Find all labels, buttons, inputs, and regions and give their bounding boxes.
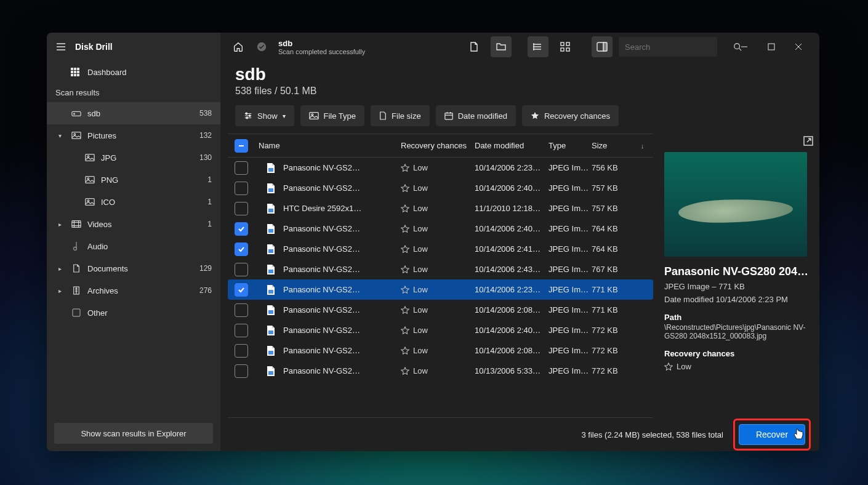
sidebar-item-pictures[interactable]: ▾Pictures132 bbox=[47, 124, 220, 146]
row-checkbox[interactable] bbox=[235, 263, 248, 276]
filter-date-modified[interactable]: Date modified bbox=[436, 105, 516, 126]
sidebar-item-count: 276 bbox=[199, 286, 215, 295]
content-area: Name Recovery chances Date modified Type… bbox=[220, 134, 819, 418]
filter-show[interactable]: Show ▾ bbox=[235, 105, 294, 126]
sidebar-item-documents[interactable]: ▸Documents129 bbox=[47, 257, 220, 279]
svg-point-12 bbox=[74, 134, 76, 135]
file-name: Panasonic NV-GS2… bbox=[283, 183, 360, 193]
sidebar-item-archives[interactable]: ▸Archives276 bbox=[47, 279, 220, 302]
type-cell: JPEG Im… bbox=[549, 366, 592, 375]
table-row[interactable]: Panasonic NV-GS2…Low10/14/2006 2:41…JPEG… bbox=[228, 239, 653, 259]
row-checkbox[interactable] bbox=[235, 283, 248, 297]
row-checkbox[interactable] bbox=[235, 242, 248, 256]
hamburger-icon[interactable] bbox=[55, 41, 66, 52]
date-cell: 10/14/2006 2:40… bbox=[475, 224, 549, 233]
svg-point-39 bbox=[311, 114, 313, 116]
svg-point-37 bbox=[246, 117, 248, 119]
sidebar-item-jpg[interactable]: JPG130 bbox=[47, 146, 220, 169]
file-icon bbox=[259, 305, 283, 316]
sidebar-item-videos[interactable]: ▸Videos1 bbox=[47, 213, 220, 235]
filter-bar: Show ▾ File Type File size Date modified… bbox=[220, 105, 819, 134]
image-icon bbox=[309, 111, 319, 120]
recover-button[interactable]: Recover bbox=[739, 424, 805, 445]
column-recovery[interactable]: Recovery chances bbox=[401, 141, 475, 150]
recovery-cell: Low bbox=[401, 244, 475, 254]
row-checkbox[interactable] bbox=[235, 324, 248, 337]
svg-rect-28 bbox=[566, 42, 569, 46]
sort-arrow-icon[interactable]: ↓ bbox=[641, 142, 653, 150]
recovery-cell: Low bbox=[401, 285, 475, 294]
grid-view-icon[interactable] bbox=[555, 36, 576, 57]
table-row[interactable]: Panasonic NV-GS2…Low10/13/2006 5:33…JPEG… bbox=[228, 361, 653, 381]
table-row[interactable]: Panasonic NV-GS2…Low10/14/2006 2:08…JPEG… bbox=[228, 300, 653, 320]
search-input[interactable] bbox=[625, 42, 728, 52]
details-panel: Panasonic NV-GS280 204… JPEG Image – 771… bbox=[653, 134, 819, 418]
row-checkbox[interactable] bbox=[235, 303, 248, 317]
svg-rect-43 bbox=[268, 209, 273, 212]
svg-rect-41 bbox=[268, 168, 273, 172]
table-row[interactable]: Panasonic NV-GS2…Low10/14/2006 2:40…JPEG… bbox=[228, 320, 653, 340]
breadcrumb-title: sdb bbox=[278, 39, 365, 48]
table-row[interactable]: Panasonic NV-GS2…Low10/14/2006 2:40…JPEG… bbox=[228, 218, 653, 239]
filter-file-type[interactable]: File Type bbox=[300, 105, 365, 126]
row-checkbox[interactable] bbox=[235, 182, 248, 195]
column-type[interactable]: Type bbox=[549, 141, 592, 150]
type-cell: JPEG Im… bbox=[549, 244, 592, 254]
file-view-icon[interactable] bbox=[464, 36, 484, 57]
maximize-button[interactable] bbox=[758, 36, 785, 57]
row-checkbox[interactable] bbox=[235, 202, 248, 215]
home-icon[interactable] bbox=[228, 36, 249, 57]
filter-label: Show bbox=[257, 111, 278, 121]
details-title: Panasonic NV-GS280 204… bbox=[664, 265, 811, 278]
table-row[interactable]: Panasonic NV-GS2…Low10/14/2006 2:40…JPEG… bbox=[228, 178, 653, 198]
table-row[interactable]: Panasonic NV-GS2…Low10/14/2006 2:08…JPEG… bbox=[228, 340, 653, 361]
table-row[interactable]: Panasonic NV-GS2…Low10/14/2006 2:23…JPEG… bbox=[228, 158, 653, 178]
column-date[interactable]: Date modified bbox=[475, 141, 549, 150]
sidebar-item-dashboard[interactable]: Dashboard bbox=[47, 61, 220, 83]
type-cell: JPEG Im… bbox=[549, 326, 592, 335]
type-cell: JPEG Im… bbox=[549, 183, 592, 193]
row-checkbox[interactable] bbox=[235, 222, 248, 236]
image-icon bbox=[84, 153, 96, 162]
sidebar-toggle-icon[interactable] bbox=[592, 36, 613, 57]
folder-view-icon[interactable] bbox=[491, 36, 512, 57]
column-size[interactable]: Size bbox=[592, 141, 641, 150]
chevron-icon: ▾ bbox=[54, 132, 65, 139]
date-cell: 10/14/2006 2:08… bbox=[475, 305, 549, 315]
row-checkbox[interactable] bbox=[235, 161, 248, 175]
filter-recovery-chances[interactable]: Recovery chances bbox=[522, 105, 619, 126]
sidebar-item-sdb[interactable]: sdb538 bbox=[47, 102, 220, 124]
column-name[interactable]: Name bbox=[255, 141, 401, 150]
size-cell: 757 KB bbox=[592, 183, 641, 193]
search-field[interactable] bbox=[619, 37, 717, 57]
minimize-button[interactable] bbox=[731, 36, 758, 57]
table-row[interactable]: Panasonic NV-GS2…Low10/14/2006 2:43…JPEG… bbox=[228, 259, 653, 279]
sidebar-item-label: Audio bbox=[87, 242, 207, 251]
sidebar-item-audio[interactable]: Audio bbox=[47, 235, 220, 257]
file-icon bbox=[259, 162, 283, 174]
sidebar-item-other[interactable]: Other bbox=[47, 302, 220, 324]
breadcrumb-subtitle: Scan completed successfully bbox=[278, 48, 365, 55]
table-row[interactable]: Panasonic NV-GS2…Low10/14/2006 2:23…JPEG… bbox=[228, 279, 653, 300]
type-cell: JPEG Im… bbox=[549, 163, 592, 172]
select-all-checkbox[interactable] bbox=[235, 139, 248, 153]
expand-icon[interactable] bbox=[803, 136, 813, 146]
show-in-explorer-button[interactable]: Show scan results in Explorer bbox=[54, 423, 213, 444]
svg-rect-17 bbox=[86, 199, 94, 206]
list-view-icon[interactable] bbox=[528, 36, 549, 57]
image-icon bbox=[70, 131, 82, 140]
sidebar-item-png[interactable]: PNG1 bbox=[47, 169, 220, 191]
sidebar-item-ico[interactable]: ICO1 bbox=[47, 191, 220, 213]
other-icon bbox=[70, 308, 82, 317]
file-icon bbox=[259, 366, 283, 377]
recover-highlight: Recover bbox=[733, 419, 811, 451]
breadcrumb: sdb Scan completed successfully bbox=[278, 39, 365, 55]
filter-file-size[interactable]: File size bbox=[371, 105, 430, 126]
status-text: 3 files (2.24 MB) selected, 538 files to… bbox=[581, 430, 723, 439]
type-cell: JPEG Im… bbox=[549, 224, 592, 233]
row-checkbox[interactable] bbox=[235, 364, 248, 378]
file-icon bbox=[259, 284, 283, 295]
table-row[interactable]: HTC Desire 2592x1…Low11/1/2010 12:18…JPE… bbox=[228, 198, 653, 218]
row-checkbox[interactable] bbox=[235, 344, 248, 358]
close-button[interactable] bbox=[785, 36, 812, 57]
